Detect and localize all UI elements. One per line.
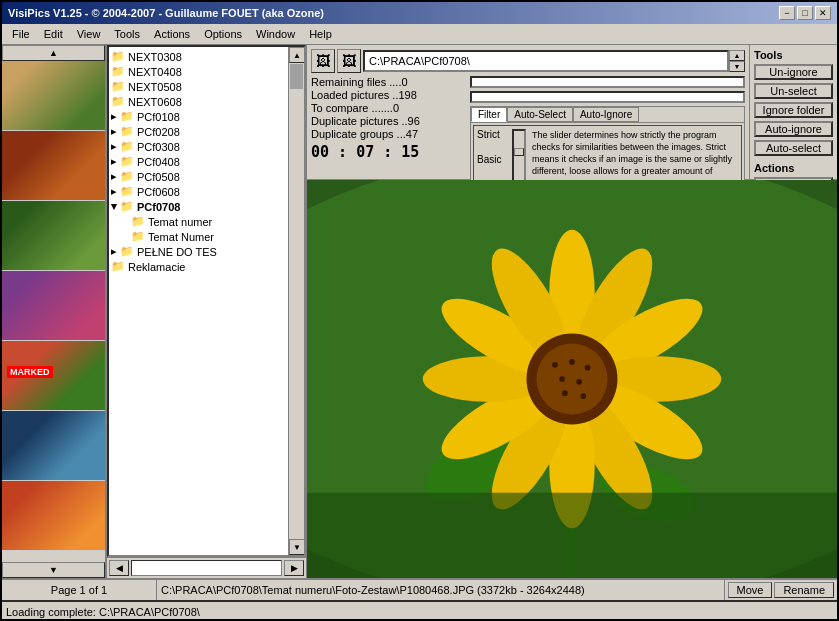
tree-item-next0308[interactable]: 📁NEXT0308 [111, 49, 286, 64]
loading-text: Loading complete: C:\PRACA\PCf0708\ [6, 606, 200, 618]
tree-item-next0408[interactable]: 📁NEXT0408 [111, 64, 286, 79]
scroll-thumb[interactable] [290, 64, 303, 89]
menu-bar: File Edit View Tools Actions Options Win… [2, 24, 837, 45]
main-image [307, 180, 837, 578]
list-item[interactable] [2, 201, 105, 271]
tree-item-next0508[interactable]: 📁NEXT0508 [111, 79, 286, 94]
auto-select-button[interactable]: Auto-select [754, 140, 833, 156]
tree-item-pcf0408[interactable]: ▸📁PCf0408 [111, 154, 286, 169]
auto-ignore-button[interactable]: Auto-ignore [754, 121, 833, 137]
file-tree-panel: 📁NEXT0308 📁NEXT0408 📁NEXT0508 📁NEXT0608 … [107, 45, 307, 578]
svg-point-21 [552, 362, 558, 368]
image-area [307, 180, 837, 578]
tree-item-pcf0208[interactable]: ▸📁PCf0208 [111, 124, 286, 139]
stat-duplicate-groups: Duplicate groups ...47 [311, 128, 466, 140]
status-filepath: C:\PRACA\PCf0708\Temat numeru\Foto-Zesta… [157, 580, 725, 600]
svg-point-25 [576, 379, 582, 385]
tree-item-pelne[interactable]: ▸📁PEŁNE DO TES [111, 244, 286, 259]
label-strict: Strict [477, 129, 509, 140]
svg-point-23 [585, 365, 591, 371]
loading-bar: Loading complete: C:\PRACA\PCf0708\ [2, 600, 837, 621]
status-move-button[interactable]: Move [728, 582, 773, 598]
menu-window[interactable]: Window [250, 26, 301, 42]
stat-compare: To compare .......0 [311, 102, 466, 114]
list-item[interactable]: MARKED [2, 341, 105, 411]
list-item[interactable] [2, 411, 105, 481]
stat-remaining: Remaining files ....0 [311, 76, 466, 88]
menu-edit[interactable]: Edit [38, 26, 69, 42]
filepath-text: C:\PRACA\PCf0708\Temat numeru\Foto-Zesta… [161, 584, 585, 596]
path-back-button[interactable]: 🖼 [311, 49, 335, 73]
un-ignore-button[interactable]: Un-ignore [754, 64, 833, 80]
path-bar: 🖼 🖼 ▲ ▼ [311, 49, 745, 73]
title-bar: VisiPics V1.25 - © 2004-2007 - Guillaume… [2, 2, 837, 24]
svg-point-26 [562, 390, 568, 396]
svg-point-27 [581, 393, 587, 399]
stat-duplicate-pics: Duplicate pictures ..96 [311, 115, 466, 127]
window-controls: − □ ✕ [779, 6, 831, 20]
file-tree: 📁NEXT0308 📁NEXT0408 📁NEXT0508 📁NEXT0608 … [107, 45, 306, 557]
app-title: VisiPics V1.25 - © 2004-2007 - Guillaume… [8, 7, 324, 19]
center-panel: 🖼 🖼 ▲ ▼ Remaining files ....0 [307, 45, 837, 578]
thumb-scroll-down[interactable]: ▼ [2, 562, 105, 578]
path-input[interactable] [363, 50, 729, 72]
list-item[interactable] [2, 131, 105, 201]
menu-options[interactable]: Options [198, 26, 248, 42]
thumb-list: MARKED [2, 61, 105, 562]
stat-loaded: Loaded pictures ..198 [311, 89, 466, 101]
timer-display: 00 : 07 : 15 [311, 143, 466, 161]
scroll-track [289, 63, 304, 539]
label-basic: Basic [477, 154, 509, 165]
minimize-button[interactable]: − [779, 6, 795, 20]
tree-content: 📁NEXT0308 📁NEXT0408 📁NEXT0508 📁NEXT0608 … [109, 47, 288, 555]
svg-point-24 [559, 376, 565, 382]
svg-point-20 [536, 343, 607, 414]
tree-item-pcf0608[interactable]: ▸📁PCf0608 [111, 184, 286, 199]
tools-label: Tools [754, 49, 833, 61]
tab-filter[interactable]: Filter [471, 107, 507, 122]
ignore-folder-button[interactable]: Ignore folder [754, 102, 833, 118]
tree-item-pcf0508[interactable]: ▸📁PCf0508 [111, 169, 286, 184]
tools-panel: Tools Un-ignore Un-select Ignore folder … [749, 45, 837, 179]
thumb-scroll-up[interactable]: ▲ [2, 45, 105, 61]
filter-tabs: Filter Auto-Select Auto-Ignore [471, 107, 744, 123]
thumbnail-strip: ▲ MARKED ▼ [2, 45, 107, 578]
un-select-button[interactable]: Un-select [754, 83, 833, 99]
page-indicator: Page 1 of 1 [2, 580, 157, 600]
list-item[interactable] [2, 271, 105, 341]
nav-left-btn[interactable]: ◀ [109, 560, 129, 576]
nav-right-btn[interactable]: ▶ [284, 560, 304, 576]
tree-item-reklamacie[interactable]: 📁Reklamacie [111, 259, 286, 274]
tree-item-temat-numer2[interactable]: 📁Temat Numer [111, 229, 286, 244]
slider-thumb[interactable] [514, 148, 524, 156]
scroll-up-btn[interactable]: ▲ [289, 47, 305, 63]
actions-label: Actions [754, 162, 833, 174]
nav-track [131, 560, 282, 576]
path-forward-button[interactable]: 🖼 [337, 49, 361, 73]
tree-item-pcf0108[interactable]: ▸📁PCf0108 [111, 109, 286, 124]
menu-help[interactable]: Help [303, 26, 338, 42]
menu-tools[interactable]: Tools [108, 26, 146, 42]
list-item[interactable] [2, 61, 105, 131]
path-scroll-up[interactable]: ▲ [729, 50, 745, 61]
tree-item-next0608[interactable]: 📁NEXT0608 [111, 94, 286, 109]
scroll-down-btn[interactable]: ▼ [289, 539, 305, 555]
status-bar: Page 1 of 1 C:\PRACA\PCf0708\Temat numer… [2, 578, 837, 600]
maximize-button[interactable]: □ [797, 6, 813, 20]
tree-item-pcf0308[interactable]: ▸📁PCf0308 [111, 139, 286, 154]
tab-auto-select[interactable]: Auto-Select [507, 107, 573, 122]
tree-item-pcf0708[interactable]: ▾📁PCf0708 [111, 199, 286, 214]
tab-auto-ignore[interactable]: Auto-Ignore [573, 107, 639, 122]
menu-file[interactable]: File [6, 26, 36, 42]
tree-item-temat-numer1[interactable]: 📁Temat numer [111, 214, 286, 229]
progress-bar-2 [470, 91, 745, 103]
page-text: Page 1 of 1 [51, 584, 107, 596]
path-scroll-down[interactable]: ▼ [729, 61, 745, 72]
menu-view[interactable]: View [71, 26, 107, 42]
menu-actions[interactable]: Actions [148, 26, 196, 42]
list-item[interactable] [2, 481, 105, 551]
svg-rect-28 [307, 493, 837, 578]
close-button[interactable]: ✕ [815, 6, 831, 20]
svg-point-22 [569, 359, 575, 365]
status-rename-button[interactable]: Rename [774, 582, 834, 598]
